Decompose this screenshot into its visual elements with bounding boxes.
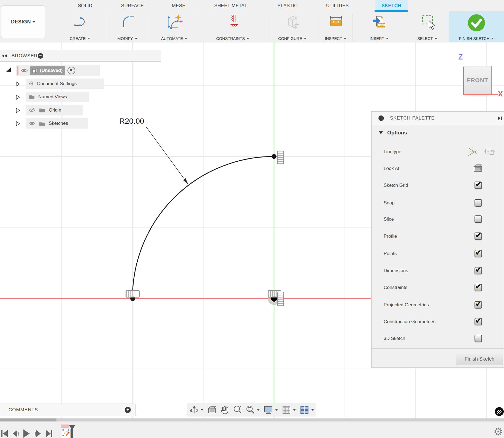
chevron-down-icon[interactable] [275,409,278,411]
comments-bar[interactable]: COMMENTS [0,404,136,416]
browser-item-origin[interactable]: Origin [26,105,83,115]
automate-label: AUTOMATE [161,36,183,41]
fix-constraint-icon[interactable] [126,290,140,298]
tab-solid[interactable]: SOLID [78,0,93,11]
eye-slash-icon[interactable] [28,107,36,113]
collapse-left-icon[interactable] [2,54,8,58]
tab-utilities[interactable]: UTILITIES [326,0,349,11]
job-status-badge-icon[interactable] [495,407,504,416]
tab-sheet-metal[interactable]: SHEET METAL [214,0,247,11]
browser-item-sketches[interactable]: Sketches [26,118,88,129]
document-name: (Unsaved) [40,68,63,73]
3d-sketch-checkbox[interactable] [475,335,482,342]
expand-arrow-icon[interactable] [6,67,12,73]
palette-minimize-icon[interactable] [378,115,384,121]
main-toolbar: DESIGN SOLID SURFACE MESH SHEET METAL PL… [0,0,504,42]
browser-header[interactable]: BROWSER [0,50,161,62]
constraints-checkbox[interactable] [475,284,482,291]
browser-item-label: Named Views [38,94,67,100]
row-label: Slice [384,217,394,222]
configure-group[interactable]: CONFIGURE [266,11,319,42]
viewcube-front-face[interactable]: FRONT [464,66,492,94]
fix-constraint-icon[interactable] [277,151,284,164]
finish-sketch-label: FINISH SKETCH [459,36,489,41]
finish-sketch-button[interactable]: FINISH SKETCH [449,11,504,42]
eye-icon[interactable] [21,68,28,73]
slice-checkbox[interactable] [475,215,482,223]
grid-icon[interactable] [281,405,290,415]
browser-root-row[interactable]: (Unsaved) [16,65,100,76]
modify-group[interactable]: MODIFY [106,11,149,42]
automate-group[interactable]: AUTOMATE [149,11,200,42]
options-section-header[interactable]: Options [379,130,407,136]
palette-divider [372,348,504,349]
snap-checkbox[interactable] [475,199,482,207]
chevron-down-icon [87,38,90,39]
fillet-tool-icon [119,13,136,30]
insert-group[interactable]: SVG INSERT [353,11,406,42]
constraints-group[interactable]: CONSTRAINTS [200,11,266,42]
look-at-icon[interactable] [207,405,216,415]
fit-icon[interactable] [245,405,254,415]
fix-constraint-icon[interactable] [277,292,284,306]
tab-sketch[interactable]: SKETCH [381,0,401,11]
canvas-scrollbar-thumb[interactable] [0,418,56,421]
create-group[interactable]: CREATE [54,11,106,42]
select-group[interactable]: SELECT [406,11,449,42]
sketch-palette-header[interactable]: SKETCH PALETTE [372,112,504,125]
pan-icon[interactable] [220,405,229,415]
orbit-icon[interactable] [189,405,198,415]
tab-mesh[interactable]: MESH [172,0,186,11]
dimensions-checkbox[interactable] [475,267,482,274]
viewcube-x-label: X [498,90,503,98]
finish-sketch-palette-button[interactable]: Finish Sketch [456,353,503,365]
timeline-playhead[interactable] [69,425,76,438]
play-icon[interactable] [23,429,30,438]
zoom-icon[interactable] [232,405,242,415]
step-back-icon[interactable] [12,430,19,437]
browser-title: BROWSER [12,53,38,59]
chevron-down-icon[interactable] [293,409,296,411]
profile-checkbox[interactable] [475,232,482,240]
finish-check-icon [467,13,486,33]
chevron-down-icon[interactable] [201,409,204,411]
skip-start-icon[interactable] [1,430,8,437]
centerline-linetype-icon[interactable] [466,146,478,157]
sketch-grid-checkbox[interactable] [475,182,482,189]
browser-item-document-settings[interactable]: ⚙ Document Settings [26,79,104,89]
points-checkbox[interactable] [475,250,482,257]
projected-geometries-checkbox[interactable] [475,301,482,309]
step-forward-icon[interactable] [34,430,42,437]
skip-end-icon[interactable] [46,430,53,437]
settings-gear-icon[interactable]: ⚙ [494,426,503,437]
activate-component-radio[interactable] [67,67,75,74]
display-settings-icon[interactable] [263,405,272,415]
collapse-right-icon[interactable] [498,116,503,120]
canvas-scrollbar[interactable] [0,418,504,421]
tab-plastic[interactable]: PLASTIC [278,0,298,11]
viewcube-x-axis [464,94,498,95]
browser-item-named-views[interactable]: Named Views [26,92,89,102]
chevron-down-icon [386,38,389,39]
construction-geometries-checkbox[interactable] [475,318,482,325]
expander-icon[interactable] [16,121,20,126]
document-name-box[interactable]: (Unsaved) [30,66,65,75]
chevron-down-icon[interactable] [257,409,260,411]
radius-dimension-label[interactable]: R20.00 [119,117,144,126]
expander-icon[interactable] [16,81,20,87]
tab-surface[interactable]: SURFACE [121,0,144,11]
row-label: Sketch Grid [384,183,408,188]
inspect-group[interactable]: INSPECT [319,11,353,42]
browser-minimize-icon[interactable] [38,53,43,59]
construction-linetype-icon[interactable] [483,146,495,157]
inspect-label: INSPECT [325,36,342,41]
expander-icon[interactable] [16,108,20,113]
design-workspace-menu[interactable]: DESIGN [1,6,45,38]
expander-icon[interactable] [16,94,20,100]
eye-icon[interactable] [28,121,36,126]
look-at-icon[interactable] [473,164,483,172]
viewports-icon[interactable] [299,405,308,415]
chevron-down-icon[interactable] [311,409,314,411]
fusion-360-window: R20.00 FRONT Z X DESIGN SOLID SURFACE ME… [0,0,504,438]
add-comment-icon[interactable] [125,407,131,413]
